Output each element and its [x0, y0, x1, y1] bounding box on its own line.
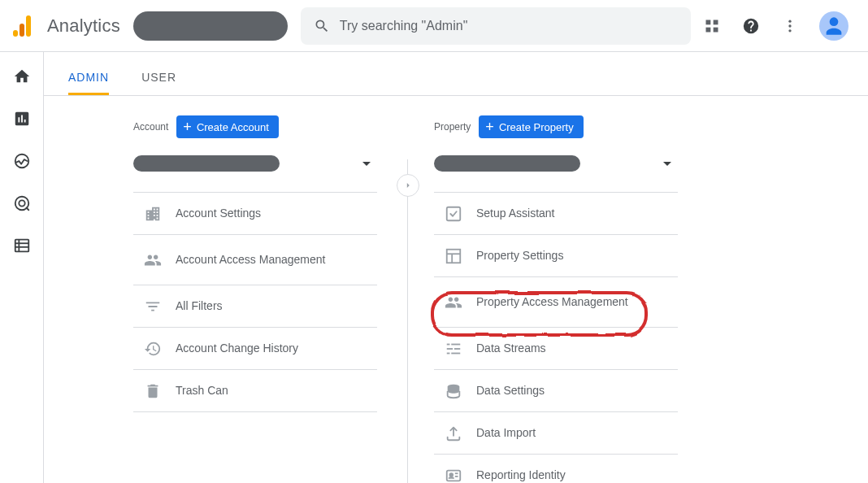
- tab-admin[interactable]: ADMIN: [68, 71, 109, 95]
- column-divider: [407, 159, 408, 483]
- trash-icon: [143, 381, 163, 401]
- people-icon: [143, 250, 163, 270]
- setup-assistant-item[interactable]: Setup Assistant: [434, 193, 678, 235]
- check-square-icon: [444, 204, 463, 224]
- expand-arrow-icon[interactable]: [397, 174, 419, 197]
- filter-icon: [143, 297, 163, 316]
- data-settings-item[interactable]: Data Settings: [434, 370, 678, 412]
- account-name-redacted: [133, 155, 280, 172]
- svg-rect-2: [706, 27, 711, 32]
- svg-rect-20: [451, 343, 460, 345]
- svg-rect-19: [447, 343, 450, 345]
- svg-point-10: [19, 200, 24, 206]
- svg-point-7: [830, 17, 839, 26]
- nav-advertising-icon[interactable]: [12, 194, 32, 213]
- create-property-button[interactable]: + Create Property: [479, 115, 583, 138]
- svg-rect-26: [447, 470, 461, 481]
- svg-rect-21: [447, 348, 453, 350]
- all-filters-item[interactable]: All Filters: [133, 285, 377, 328]
- property-column: Property + Create Property Setup: [434, 115, 678, 483]
- svg-rect-11: [15, 240, 28, 252]
- people-icon: [444, 293, 463, 312]
- tabs: ADMIN USER: [44, 52, 868, 96]
- search-box[interactable]: [301, 7, 691, 45]
- building-icon: [143, 204, 163, 224]
- history-icon: [143, 339, 163, 359]
- tab-user[interactable]: USER: [141, 71, 176, 95]
- data-streams-item[interactable]: Data Streams: [434, 328, 678, 370]
- svg-point-5: [788, 24, 791, 27]
- property-settings-item[interactable]: Property Settings: [434, 235, 678, 277]
- plus-icon: +: [183, 120, 192, 134]
- create-account-button[interactable]: + Create Account: [176, 115, 278, 138]
- nav-configure-icon[interactable]: [12, 236, 32, 255]
- logo[interactable]: [13, 15, 31, 37]
- avatar[interactable]: [819, 11, 848, 41]
- apps-icon[interactable]: [702, 16, 722, 36]
- svg-rect-1: [714, 20, 718, 24]
- property-access-management-item[interactable]: Property Access Management: [434, 277, 678, 328]
- property-name-redacted: [434, 155, 580, 172]
- svg-rect-0: [706, 20, 711, 24]
- reporting-identity-item[interactable]: Reporting Identity: [434, 455, 678, 483]
- account-selector[interactable]: [133, 151, 377, 176]
- data-import-item[interactable]: Data Import: [434, 412, 678, 455]
- account-breadcrumb-redacted[interactable]: [133, 11, 288, 41]
- nav-reports-icon[interactable]: [12, 109, 32, 128]
- account-change-history-item[interactable]: Account Change History: [133, 328, 377, 370]
- svg-point-4: [788, 20, 791, 22]
- svg-rect-23: [447, 352, 450, 354]
- left-nav: [0, 52, 44, 483]
- chevron-down-icon: [362, 162, 371, 166]
- svg-rect-15: [447, 207, 461, 220]
- svg-rect-16: [447, 249, 461, 263]
- search-input[interactable]: [340, 19, 678, 33]
- account-settings-item[interactable]: Account Settings: [133, 193, 377, 235]
- account-label: Account: [133, 121, 168, 133]
- nav-home-icon[interactable]: [12, 67, 32, 86]
- chevron-down-icon: [663, 162, 671, 166]
- property-label: Property: [434, 121, 471, 133]
- settings-panel-icon: [444, 246, 463, 266]
- svg-point-6: [788, 29, 791, 32]
- svg-rect-3: [714, 27, 718, 32]
- property-selector[interactable]: [434, 151, 678, 176]
- account-access-management-item[interactable]: Account Access Management: [133, 235, 377, 285]
- nav-explore-icon[interactable]: [12, 151, 32, 171]
- identity-icon: [444, 466, 463, 484]
- more-icon[interactable]: [780, 16, 800, 36]
- database-icon: [444, 381, 463, 401]
- svg-rect-24: [451, 352, 460, 354]
- upload-icon: [444, 424, 463, 443]
- header: Analytics: [0, 0, 868, 52]
- search-icon: [314, 18, 330, 34]
- account-column: Account + Create Account Account: [133, 115, 377, 483]
- plus-icon: +: [485, 120, 494, 134]
- help-icon[interactable]: [741, 16, 761, 36]
- svg-rect-22: [454, 348, 460, 350]
- app-name: Analytics: [47, 15, 120, 37]
- analytics-logo-icon: [13, 15, 31, 37]
- svg-point-27: [449, 473, 453, 476]
- trash-can-item[interactable]: Trash Can: [133, 370, 377, 412]
- streams-icon: [444, 339, 463, 359]
